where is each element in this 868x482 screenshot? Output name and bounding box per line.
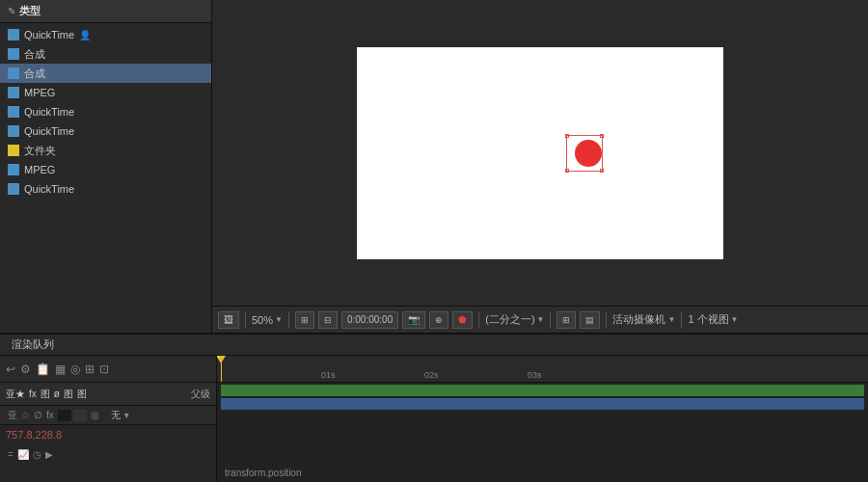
- item-color-box: [8, 29, 19, 40]
- color-icon[interactable]: ⬟: [452, 311, 473, 329]
- list-item[interactable]: MPEG: [0, 160, 211, 179]
- tl-icon-6[interactable]: ⊞: [85, 362, 95, 376]
- preview-file-icon[interactable]: 🖼: [218, 311, 239, 329]
- timeline-right: 01s 02s 03s transform.position: [217, 356, 868, 482]
- canvas-white: [357, 47, 723, 259]
- color-swatches: [58, 410, 87, 421]
- fit-icon[interactable]: ⊞: [295, 311, 314, 329]
- zoom-level: 50%: [252, 314, 273, 326]
- graph-icon[interactable]: 📈: [17, 449, 29, 460]
- corner-tr: [600, 134, 604, 138]
- timeline-toolbar: ↩ ⚙ 📋 ▦ ◎ ⊞ ⊡: [0, 356, 216, 383]
- track-blue[interactable]: [221, 398, 864, 410]
- separator: [681, 312, 682, 328]
- separator: [478, 312, 479, 328]
- item-color-box: [8, 87, 19, 98]
- zoom-dropdown[interactable]: 50% ▼: [252, 314, 283, 326]
- camera-dropdown[interactable]: 活动摄像机 ▼: [612, 312, 675, 327]
- top-area: ✎ 类型 QuickTime 👤 合成 合成: [0, 0, 868, 333]
- list-item[interactable]: 合成: [0, 64, 211, 83]
- playhead-triangle: [217, 356, 226, 363]
- circle-icon: ø: [54, 388, 60, 399]
- view-dropdown[interactable]: 1 个视图 ▼: [688, 312, 738, 327]
- time-label-3s: 03s: [528, 370, 542, 380]
- red-circle: [575, 140, 602, 167]
- timecode-value: 0:00:00:00: [347, 314, 393, 325]
- track-area: transform.position: [217, 383, 868, 482]
- tl-icon-5[interactable]: ◎: [70, 362, 80, 376]
- fx-btn[interactable]: fx: [46, 410, 54, 420]
- tl-icon-4[interactable]: ▦: [55, 362, 66, 376]
- overlay-toggle[interactable]: ▤: [580, 311, 600, 329]
- layer-switches-label: 亚★: [6, 388, 25, 401]
- item-label: 合成: [24, 47, 45, 62]
- transform-label: transform.position: [225, 468, 301, 478]
- item-color-box: [8, 67, 19, 79]
- slash-icon: ∅: [34, 410, 42, 420]
- item-color-box: [8, 145, 19, 156]
- item-color-box: [8, 125, 19, 137]
- list-item[interactable]: QuickTime 👤: [0, 25, 211, 44]
- separator: [288, 312, 289, 328]
- tl-icon-7[interactable]: ⊡: [99, 362, 109, 376]
- camera-label: 活动摄像机: [612, 312, 665, 327]
- list-item[interactable]: QuickTime: [0, 121, 211, 141]
- equal-icon: =: [8, 449, 14, 460]
- panel-title: 类型: [19, 4, 41, 18]
- track-green[interactable]: [221, 385, 864, 396]
- coord-value: 757.8,228.8: [6, 429, 62, 441]
- swatch-2: [73, 410, 87, 421]
- corner-bl: [565, 169, 569, 173]
- time-ruler: 01s 02s 03s: [217, 356, 868, 383]
- circle-btn[interactable]: ◎: [91, 410, 99, 420]
- preview-canvas: [212, 0, 868, 306]
- preview-area: 🖼 50% ▼ ⊞ ⊟ 0:00:00:00 📷 ⊕ ⬟: [212, 0, 868, 333]
- grid-icon[interactable]: ⊟: [318, 311, 338, 329]
- list-item[interactable]: MPEG: [0, 83, 211, 102]
- playhead[interactable]: [221, 356, 222, 382]
- panel-header: ✎ 类型: [0, 0, 211, 23]
- tl-icon-1[interactable]: ↩: [6, 362, 15, 376]
- item-user-icon: 👤: [79, 30, 91, 40]
- time-label-2s: 02s: [424, 370, 439, 380]
- play-icon[interactable]: ▶: [45, 449, 53, 460]
- render-queue-label: 渲染队列: [12, 337, 54, 352]
- time-label-1s: 01s: [321, 370, 336, 380]
- preview-toolbar: 🖼 50% ▼ ⊞ ⊟ 0:00:00:00 📷 ⊕ ⬟: [212, 306, 868, 333]
- timecode-display[interactable]: 0:00:00:00: [341, 311, 398, 329]
- left-panel: ✎ 类型 QuickTime 👤 合成 合成: [0, 0, 212, 333]
- layer-icons-row: 亚 ☆ ∅ fx ◎ 无 ▼: [0, 406, 216, 425]
- list-item[interactable]: QuickTime: [0, 179, 211, 199]
- effects-icon: 图: [41, 388, 50, 401]
- coord-row: 757.8,228.8: [0, 425, 216, 444]
- selection-box: [566, 135, 603, 172]
- solo-icon: 亚: [8, 409, 17, 422]
- bottom-icons-row: = 📈 ◷ ▶: [0, 444, 216, 464]
- list-item[interactable]: QuickTime: [0, 102, 211, 121]
- grid-toggle[interactable]: ⊞: [556, 311, 576, 329]
- list-item[interactable]: 合成: [0, 44, 211, 64]
- swatch-1: [58, 410, 71, 421]
- item-label: MPEG: [24, 164, 55, 175]
- zoom-arrow: ▼: [275, 315, 283, 324]
- item-color-box: [8, 164, 19, 175]
- separator: [245, 312, 246, 328]
- mode-dropdown[interactable]: 无 ▼: [107, 409, 131, 422]
- sublevel-label: 父级: [191, 388, 210, 401]
- tl-icon-2[interactable]: ⚙: [20, 362, 31, 376]
- list-item[interactable]: 文件夹: [0, 141, 211, 160]
- bottom-section: 渲染队列 ↩ ⚙ 📋 ▦ ◎ ⊞ ⊡ 亚★ fx 图: [0, 333, 868, 482]
- camera-snapshot-icon[interactable]: 📷: [402, 311, 425, 329]
- separator: [606, 312, 607, 328]
- split-dropdown[interactable]: (二分之一) ▼: [485, 312, 544, 327]
- render-queue-header: 渲染队列: [0, 335, 868, 356]
- view-label: 1 个视图: [688, 312, 728, 327]
- tl-icon-3[interactable]: 📋: [36, 362, 50, 376]
- mode-label: 无: [111, 409, 121, 422]
- time-icon[interactable]: ◷: [33, 449, 41, 460]
- corner-tl: [565, 134, 569, 138]
- draft-icon[interactable]: ⊕: [429, 311, 448, 329]
- timeline-area: ↩ ⚙ 📋 ▦ ◎ ⊞ ⊡ 亚★ fx 图 ø 图 图 父级: [0, 356, 868, 482]
- item-label: MPEG: [24, 87, 55, 98]
- item-color-box: [8, 183, 19, 195]
